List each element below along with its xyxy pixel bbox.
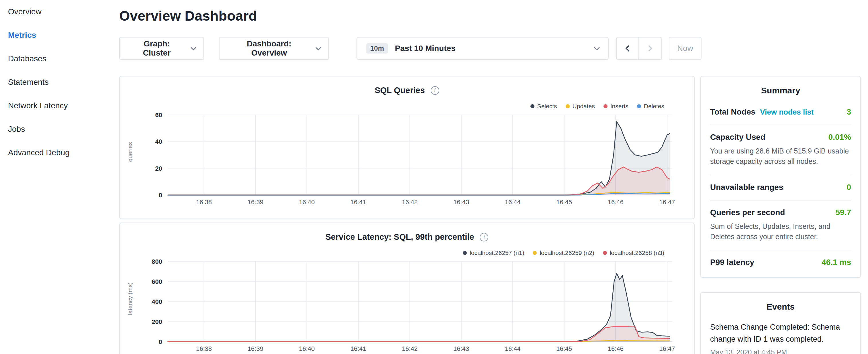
- summary-row-p99-latency: P99 latency 46.1 ms: [710, 250, 851, 275]
- summary-row-total-nodes: Total Nodes View nodes list 3: [710, 100, 851, 125]
- sidebar-item-metrics[interactable]: Metrics: [0, 24, 111, 47]
- svg-text:16:46: 16:46: [608, 198, 624, 206]
- sidebar-item-label: Advanced Debug: [8, 148, 70, 157]
- sidebar-item-label: Databases: [8, 54, 46, 63]
- svg-text:16:47: 16:47: [659, 198, 675, 206]
- sidebar-item-databases[interactable]: Databases: [0, 47, 111, 70]
- sidebar-item-label: Network Latency: [8, 101, 68, 110]
- right-column: Summary Total Nodes View nodes list 3 Ca…: [700, 76, 861, 354]
- summary-subtext: You are using 28.6 MiB of 515.9 GiB usab…: [710, 146, 851, 167]
- time-window-dropdown[interactable]: 10m Past 10 Minutes: [356, 37, 609, 60]
- service-latency-chart-card: Service Latency: SQL, 99th percentile i …: [119, 223, 694, 354]
- legend-dot-icon: [603, 104, 608, 108]
- svg-text:16:45: 16:45: [556, 198, 572, 206]
- svg-text:16:39: 16:39: [248, 198, 264, 206]
- info-icon[interactable]: i: [431, 86, 439, 95]
- chevron-left-icon: [626, 45, 632, 52]
- legend-dot-icon: [637, 104, 641, 108]
- chart-title: SQL Queries: [375, 86, 425, 95]
- legend-dot-icon: [463, 251, 467, 255]
- main-content: Overview Dashboard Graph: Cluster Dashbo…: [111, 0, 868, 354]
- y-axis-label: latency (ms): [127, 264, 133, 333]
- legend-dot-icon: [603, 251, 607, 255]
- svg-text:16:47: 16:47: [659, 345, 675, 352]
- chevron-down-icon: [191, 45, 196, 51]
- events-panel: Events Schema Change Completed: Schema c…: [700, 292, 861, 354]
- svg-text:16:41: 16:41: [350, 198, 366, 206]
- summary-value: 59.7: [836, 208, 851, 217]
- sidebar-item-network-latency[interactable]: Network Latency: [0, 94, 111, 118]
- sidebar-item-label: Statements: [8, 77, 49, 87]
- svg-text:16:40: 16:40: [299, 198, 315, 206]
- summary-value: 0: [846, 183, 851, 192]
- chart-title: Service Latency: SQL, 99th percentile: [326, 232, 474, 242]
- info-icon[interactable]: i: [480, 233, 488, 242]
- time-window-label: Past 10 Minutes: [395, 44, 456, 53]
- y-axis-label: queries: [127, 118, 133, 187]
- svg-text:16:46: 16:46: [608, 345, 624, 352]
- svg-text:16:42: 16:42: [402, 198, 417, 206]
- dashboard-body: SQL Queries i SelectsUpdatesInsertsDelet…: [119, 76, 868, 354]
- time-back-button[interactable]: [616, 37, 639, 60]
- sidebar-item-advanced-debug[interactable]: Advanced Debug: [0, 141, 111, 164]
- time-window-badge: 10m: [366, 43, 388, 54]
- svg-text:200: 200: [152, 318, 162, 325]
- app-root: Overview Metrics Databases Statements Ne…: [0, 0, 868, 354]
- summary-label: Total Nodes: [710, 107, 755, 117]
- svg-text:16:43: 16:43: [453, 198, 469, 206]
- summary-value: 3: [846, 107, 851, 117]
- sidebar-item-jobs[interactable]: Jobs: [0, 118, 111, 141]
- svg-text:16:41: 16:41: [350, 345, 366, 352]
- chevron-down-icon: [315, 45, 321, 51]
- summary-label: P99 latency: [710, 258, 754, 267]
- summary-label: Queries per second: [710, 208, 785, 217]
- charts-column: SQL Queries i SelectsUpdatesInsertsDelet…: [119, 76, 694, 354]
- view-nodes-list-link[interactable]: View nodes list: [760, 108, 813, 117]
- svg-text:16:38: 16:38: [196, 198, 212, 206]
- dashboard-select-label: Dashboard: Overview: [229, 39, 309, 58]
- svg-text:16:40: 16:40: [299, 345, 315, 352]
- svg-text:16:44: 16:44: [505, 345, 521, 352]
- chart-title-row: Service Latency: SQL, 99th percentile i: [120, 223, 694, 242]
- svg-text:600: 600: [152, 278, 162, 285]
- summary-title: Summary: [710, 76, 851, 95]
- chevron-down-icon: [594, 45, 600, 51]
- svg-text:16:38: 16:38: [196, 345, 212, 352]
- svg-text:16:45: 16:45: [556, 345, 572, 352]
- time-step-buttons: [616, 37, 662, 60]
- summary-row-unavailable-ranges: Unavailable ranges 0: [710, 175, 851, 200]
- service-latency-chart: 020040060080016:3816:3916:4016:4116:4216…: [133, 255, 686, 354]
- svg-text:60: 60: [155, 111, 162, 119]
- summary-row-queries-per-second: Queries per second 59.7 Sum of Selects, …: [710, 200, 851, 251]
- sidebar-item-label: Jobs: [8, 125, 25, 134]
- legend-dot-icon: [533, 251, 537, 255]
- event-item-time: May 13, 2020 at 4:45 PM: [710, 348, 851, 354]
- legend-dot-icon: [566, 104, 570, 108]
- summary-value: 46.1 ms: [822, 258, 851, 267]
- summary-panel: Summary Total Nodes View nodes list 3 Ca…: [700, 76, 861, 278]
- sidebar-item-label: Metrics: [8, 31, 36, 40]
- dashboard-select-dropdown[interactable]: Dashboard: Overview: [219, 37, 329, 60]
- page-title: Overview Dashboard: [119, 8, 868, 24]
- legend-dot-icon: [530, 104, 534, 108]
- now-button[interactable]: Now: [669, 37, 702, 60]
- graph-scope-label: Graph: Cluster: [129, 39, 185, 58]
- chevron-right-icon: [646, 45, 652, 52]
- svg-text:16:42: 16:42: [402, 345, 417, 352]
- svg-text:400: 400: [152, 298, 162, 305]
- summary-value: 0.01%: [829, 133, 851, 142]
- svg-text:20: 20: [155, 165, 162, 172]
- sql-queries-chart: 020406016:3816:3916:4016:4116:4216:4316:…: [133, 108, 686, 208]
- svg-text:16:39: 16:39: [248, 345, 264, 352]
- sidebar-item-overview[interactable]: Overview: [0, 0, 111, 24]
- summary-label: Unavailable ranges: [710, 183, 783, 192]
- event-item-text: Schema Change Completed: Schema change w…: [710, 321, 851, 345]
- summary-row-capacity-used: Capacity Used 0.01% You are using 28.6 M…: [710, 125, 851, 175]
- summary-subtext: Sum of Selects, Updates, Inserts, and De…: [710, 221, 851, 242]
- time-forward-button[interactable]: [639, 37, 662, 60]
- svg-text:0: 0: [159, 338, 162, 345]
- graph-scope-dropdown[interactable]: Graph: Cluster: [119, 37, 204, 60]
- dashboard-controls: Graph: Cluster Dashboard: Overview 10m P…: [119, 37, 868, 60]
- events-title: Events: [710, 293, 851, 312]
- sidebar-item-statements[interactable]: Statements: [0, 70, 111, 94]
